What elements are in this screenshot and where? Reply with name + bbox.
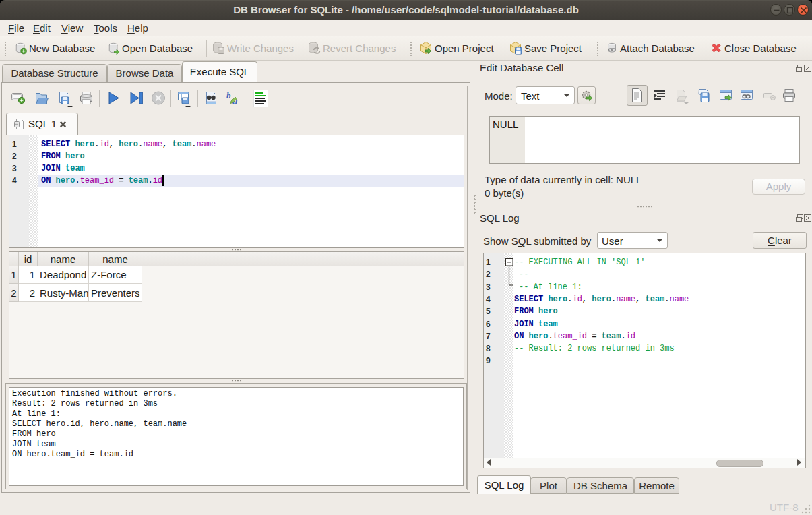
svg-text:b: b xyxy=(226,90,231,100)
